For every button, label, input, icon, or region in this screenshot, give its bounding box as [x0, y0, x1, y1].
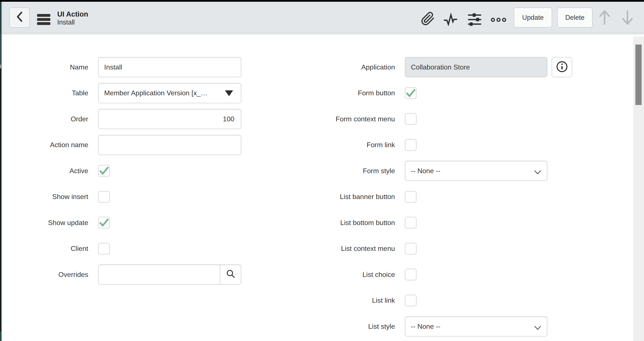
field-label: Overrides [2, 271, 88, 279]
scrollbar-thumb[interactable] [636, 44, 642, 105]
form-row: List choice [268, 262, 572, 288]
field-label: Application [268, 63, 395, 71]
field-label: Form style [268, 167, 395, 175]
field-label: Order [2, 115, 88, 123]
form-column-left: Name Install Table Member Application Ve… [2, 54, 241, 288]
form-context-menu-checkbox[interactable] [405, 113, 416, 125]
application-field: Collaboration Store [405, 57, 547, 77]
personalize-form-button[interactable] [468, 13, 481, 27]
form-row: Active [2, 158, 241, 184]
order-input-value: 100 [223, 115, 234, 123]
hamburger-icon [37, 18, 50, 21]
hamburger-icon [37, 14, 50, 17]
field-label: Action name [2, 141, 88, 149]
dropdown-caret-icon [225, 90, 233, 96]
left-edge-scroll-notch [0, 64, 2, 68]
list-bottom-button-checkbox[interactable] [405, 217, 416, 229]
more-options-icon [490, 17, 506, 23]
activity-stream-button[interactable] [444, 13, 458, 27]
show-update-checkbox[interactable] [98, 217, 110, 229]
list-context-menu-checkbox[interactable] [405, 243, 416, 255]
form-row: List link [268, 288, 572, 314]
checkmark-icon [99, 218, 109, 228]
paperclip-icon [421, 12, 435, 27]
list-link-checkbox[interactable] [405, 295, 416, 306]
chevron-left-icon [16, 11, 23, 24]
field-label: List bottom button [268, 219, 395, 227]
field-label: List link [268, 297, 395, 305]
form-row: Form link [268, 132, 572, 158]
form-row: Show update [2, 210, 241, 236]
hamburger-icon [37, 22, 50, 25]
field-label: Form link [268, 141, 395, 149]
action-name-input[interactable] [98, 135, 241, 155]
chevron-down-icon [534, 324, 541, 332]
form-style-select[interactable]: -- None -- [405, 161, 547, 181]
form-row: Name Install [2, 54, 241, 80]
name-input[interactable]: Install [98, 57, 241, 77]
form-style-select-value: -- None -- [411, 167, 440, 175]
next-record-button[interactable] [622, 10, 634, 26]
delete-button[interactable]: Delete [557, 7, 592, 27]
arrow-up-icon [599, 10, 610, 26]
chevron-down-icon [534, 168, 541, 176]
attachments-button[interactable] [421, 12, 435, 27]
application-field-value: Collaboration Store [411, 63, 470, 71]
back-button[interactable] [9, 7, 30, 28]
table-select-value: Member Application Version [x_… [104, 89, 208, 97]
form-button-checkbox[interactable] [405, 87, 416, 99]
field-label: List context menu [268, 245, 395, 253]
form-column-right: Application Collaboration Store Form but… [268, 54, 572, 340]
application-info-button[interactable] [552, 57, 572, 77]
update-button[interactable]: Update [514, 7, 552, 27]
previous-record-button[interactable] [598, 10, 611, 26]
list-choice-checkbox[interactable] [405, 269, 416, 280]
window-left-edge [0, 2, 2, 341]
arrow-down-icon [622, 10, 633, 26]
field-label: Form context menu [268, 115, 395, 123]
delete-button-label: Delete [565, 14, 584, 21]
field-label: Table [2, 89, 88, 97]
field-label: Show update [2, 219, 88, 227]
vertical-scrollbar[interactable] [633, 36, 644, 341]
name-input-value: Install [104, 63, 122, 71]
field-label: List banner button [268, 193, 395, 201]
form-row: List style -- None -- [268, 314, 572, 340]
form-row: Application Collaboration Store [268, 54, 572, 80]
field-label: Active [2, 167, 88, 175]
checkmark-icon [406, 88, 416, 98]
more-options-button[interactable] [490, 17, 506, 23]
form-context-menu-button[interactable] [37, 14, 50, 25]
window-top-edge [0, 0, 644, 2]
form-row: Form context menu [268, 106, 572, 132]
overrides-reference-field [98, 264, 241, 285]
form-row: Form button [268, 80, 572, 106]
field-label: Client [2, 245, 88, 253]
info-icon [556, 60, 568, 74]
page-title: UI Action [57, 10, 88, 18]
form-row: Overrides [2, 262, 241, 288]
form-row: Table Member Application Version [x_… [2, 80, 241, 106]
header-title-block: UI Action Install [57, 10, 88, 26]
form-row: Order 100 [2, 106, 241, 132]
overrides-input[interactable] [98, 265, 220, 284]
magnifier-icon [226, 269, 236, 280]
field-label: Form button [268, 89, 395, 97]
form-row: Show insert [2, 184, 241, 210]
overrides-lookup-button[interactable] [220, 265, 241, 284]
form-row: List context menu [268, 236, 572, 262]
order-input[interactable]: 100 [98, 109, 241, 129]
form-link-checkbox[interactable] [405, 139, 416, 151]
active-checkbox[interactable] [98, 165, 110, 177]
list-banner-button-checkbox[interactable] [405, 191, 416, 203]
update-button-label: Update [522, 14, 544, 21]
form-row: List bottom button [268, 210, 572, 236]
show-insert-checkbox[interactable] [98, 191, 110, 203]
record-title: Install [57, 18, 88, 26]
list-style-select[interactable]: -- None -- [405, 316, 547, 337]
left-edge-green-line [1, 2, 2, 341]
client-checkbox[interactable] [98, 243, 110, 255]
field-label: List style [268, 323, 395, 331]
field-label: Name [2, 63, 88, 71]
table-select[interactable]: Member Application Version [x_… [98, 83, 241, 103]
